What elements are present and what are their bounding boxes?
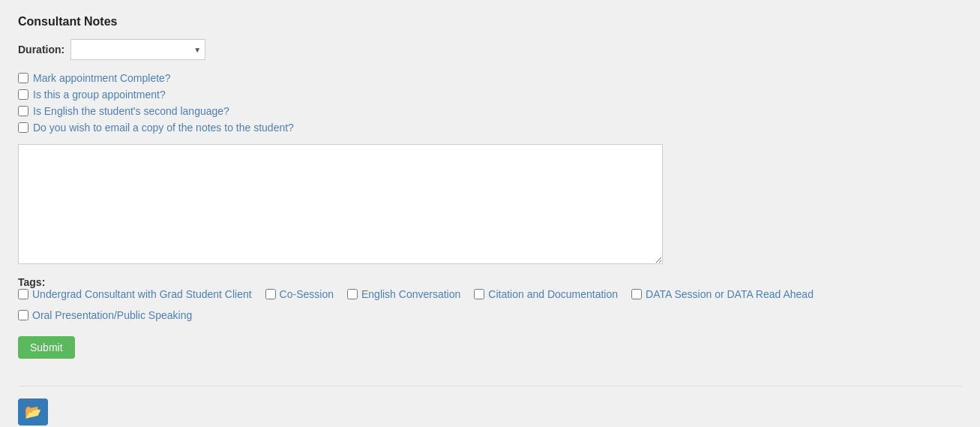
- english-second-language-label[interactable]: Is English the student's second language…: [33, 105, 229, 117]
- tag-item-1: Undergrad Consultant with Grad Student C…: [18, 288, 252, 300]
- tag-item-6: Oral Presentation/Public Speaking: [18, 309, 192, 321]
- tag-undergrad-consultant-checkbox[interactable]: [18, 289, 28, 299]
- tag-data-session-checkbox[interactable]: [631, 289, 642, 299]
- section-title: Consultant Notes: [18, 15, 962, 29]
- checkbox-group: Mark appointment Complete? Is this a gro…: [18, 72, 962, 134]
- tag-item-4: Citation and Documentation: [474, 288, 618, 300]
- notes-textarea[interactable]: [18, 144, 663, 264]
- tag-citation-documentation-label[interactable]: Citation and Documentation: [488, 288, 618, 300]
- duration-select-wrapper: 15 minutes 30 minutes 45 minutes 60 minu…: [70, 39, 205, 60]
- email-notes-label[interactable]: Do you wish to email a copy of the notes…: [33, 122, 294, 134]
- duration-label: Duration:: [18, 44, 64, 56]
- tag-co-session-label[interactable]: Co-Session: [280, 288, 334, 300]
- tag-undergrad-consultant-label[interactable]: Undergrad Consultant with Grad Student C…: [32, 288, 252, 300]
- english-second-language-checkbox[interactable]: [18, 106, 28, 116]
- tag-item-5: DATA Session or DATA Read Ahead: [631, 288, 814, 300]
- tag-item-2: Co-Session: [265, 288, 334, 300]
- tag-citation-documentation-checkbox[interactable]: [474, 289, 484, 299]
- submit-button[interactable]: Submit: [18, 336, 75, 359]
- mark-complete-checkbox[interactable]: [18, 73, 28, 83]
- tag-english-conversation-checkbox[interactable]: [347, 289, 358, 299]
- page-container: Consultant Notes Duration: 15 minutes 30…: [0, 0, 980, 427]
- tag-co-session-checkbox[interactable]: [265, 289, 276, 299]
- duration-row: Duration: 15 minutes 30 minutes 45 minut…: [18, 39, 962, 60]
- tags-row: Tags: Undergrad Consultant with Grad Stu…: [18, 275, 962, 326]
- checkbox-item-4: Do you wish to email a copy of the notes…: [18, 122, 962, 134]
- tag-oral-presentation-label[interactable]: Oral Presentation/Public Speaking: [32, 309, 192, 321]
- divider: [18, 386, 962, 386]
- folder-icon: 📂: [25, 404, 41, 420]
- duration-select[interactable]: 15 minutes 30 minutes 45 minutes 60 minu…: [70, 39, 205, 60]
- checkbox-item-3: Is English the student's second language…: [18, 105, 962, 117]
- folder-button[interactable]: 📂: [18, 398, 48, 425]
- checkbox-item-1: Mark appointment Complete?: [18, 72, 962, 84]
- tag-item-3: English Conversation: [347, 288, 460, 300]
- email-notes-checkbox[interactable]: [18, 122, 28, 133]
- mark-complete-label[interactable]: Mark appointment Complete?: [33, 72, 171, 84]
- group-appointment-label[interactable]: Is this a group appointment?: [33, 89, 166, 101]
- checkbox-item-2: Is this a group appointment?: [18, 89, 962, 101]
- group-appointment-checkbox[interactable]: [18, 89, 28, 100]
- tags-container: Undergrad Consultant with Grad Student C…: [18, 288, 962, 326]
- tag-data-session-label[interactable]: DATA Session or DATA Read Ahead: [646, 288, 814, 300]
- tags-label: Tags:: [18, 276, 45, 288]
- tag-oral-presentation-checkbox[interactable]: [18, 310, 28, 320]
- tag-english-conversation-label[interactable]: English Conversation: [361, 288, 460, 300]
